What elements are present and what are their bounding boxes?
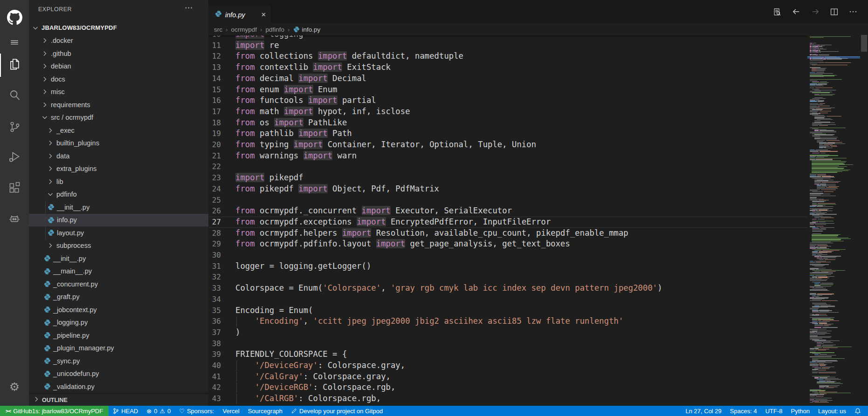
code-line-28[interactable]: 28from ocrmypdf.helpers import Resolutio… <box>208 228 807 239</box>
status-item-ln-27-col-29[interactable]: Ln 27, Col 29 <box>682 406 726 416</box>
tree-item-_concurrent.py[interactable]: _concurrent.py <box>29 278 208 291</box>
line-number[interactable]: 26 <box>208 205 221 217</box>
line-number[interactable]: 38 <box>208 338 221 349</box>
vertical-scrollbar[interactable] <box>860 23 868 406</box>
code-line-14[interactable]: 14from decimal import Decimal <box>208 73 807 84</box>
tree-item-data[interactable]: data <box>29 150 208 163</box>
line-number[interactable]: 14 <box>208 73 221 84</box>
tree-item-_jobcontext.py[interactable]: _jobcontext.py <box>29 303 208 316</box>
line-number[interactable]: 33 <box>208 283 221 294</box>
tree-item-docs[interactable]: docs <box>29 73 208 86</box>
code-line-15[interactable]: 15from enum import Enum <box>208 84 807 95</box>
line-number[interactable]: 15 <box>208 84 221 95</box>
tree-item-_unicodefun.py[interactable]: _unicodefun.py <box>29 368 208 381</box>
status-item-0[interactable]: ⊗0⚠0 <box>142 406 175 416</box>
line-number[interactable]: 37 <box>208 327 221 338</box>
code-line-12[interactable]: 12from collections import defaultdict, n… <box>208 51 807 62</box>
tree-item-src-ocrmypdf[interactable]: src / ocrmypdf <box>29 111 208 124</box>
code-line-20[interactable]: 20from typing import Container, Iterator… <box>208 139 807 150</box>
code-line-43[interactable]: 43 '/CalRGB': Colorspace.rgb, <box>208 393 807 404</box>
line-number[interactable]: 22 <box>208 161 221 172</box>
line-number[interactable]: 30 <box>208 250 221 261</box>
line-number[interactable]: 12 <box>208 51 221 62</box>
status-item-head[interactable]: HEAD <box>109 406 142 416</box>
code-line-18[interactable]: 18from os import PathLike <box>208 117 807 129</box>
line-number[interactable]: 27 <box>208 217 221 228</box>
line-number[interactable]: 20 <box>208 139 221 150</box>
tree-item-lib[interactable]: lib <box>29 175 208 188</box>
code-line-29[interactable]: 29from ocrmypdf.pdfinfo.layout import ge… <box>208 239 807 250</box>
line-number[interactable]: 25 <box>208 195 221 206</box>
code-line-31[interactable]: 31logger = logging.getLogger() <box>208 261 807 272</box>
tree-item-__main__.py[interactable]: __main__.py <box>29 265 208 278</box>
line-number[interactable]: 43 <box>208 393 221 404</box>
breadcrumb-item[interactable]: pdfinfo <box>266 26 285 33</box>
code-line-42[interactable]: 42 '/DeviceRGB': Colorspace.rgb, <box>208 382 807 393</box>
status-item-spaces-4[interactable]: Spaces: 4 <box>726 406 761 416</box>
tree-item-misc[interactable]: misc <box>29 86 208 99</box>
line-number[interactable]: 24 <box>208 184 221 195</box>
tree-item-jbarlow83-ocrmypdf[interactable]: JBARLOW83/OCRMYPDF <box>29 21 208 34</box>
run-debug-icon[interactable] <box>0 145 29 168</box>
status-item-sourcegraph[interactable]: Sourcegraph <box>244 406 287 416</box>
tree-item-.docker[interactable]: .docker <box>29 34 208 48</box>
line-number[interactable]: 28 <box>208 228 221 239</box>
status-item-develop-your-project-on-gitpod[interactable]: Develop your project on Gitpod <box>287 406 387 416</box>
outline-section-header[interactable]: OUTLINE <box>29 394 208 406</box>
code-line-32[interactable]: 32 <box>208 272 807 283</box>
line-number[interactable]: 42 <box>208 382 221 393</box>
code-editor[interactable]: 10import logging11import re12from collec… <box>208 35 807 406</box>
robot-icon[interactable] <box>0 208 29 230</box>
status-item-layout-us[interactable]: Layout: us <box>814 406 850 416</box>
status-item-icon[interactable] <box>850 406 865 416</box>
line-number[interactable]: 41 <box>208 371 221 382</box>
tree-item-__init__.py[interactable]: __init__.py <box>29 201 208 214</box>
tree-item-_validation.py[interactable]: _validation.py <box>29 380 208 393</box>
menu-icon[interactable] <box>0 31 29 54</box>
explorer-icon[interactable] <box>0 53 29 75</box>
code-line-35[interactable]: 35Encoding = Enum( <box>208 305 807 316</box>
line-number[interactable]: 23 <box>208 172 221 184</box>
line-number[interactable]: 13 <box>208 62 221 73</box>
tree-item-_logging.py[interactable]: _logging.py <box>29 316 208 329</box>
split-editor-icon[interactable] <box>830 8 838 16</box>
source-control-icon[interactable] <box>0 116 29 138</box>
code-line-39[interactable]: 39FRIENDLY_COLORSPACE = { <box>208 349 807 360</box>
minimap[interactable] <box>807 35 860 406</box>
tree-item-builtin_plugins[interactable]: builtin_plugins <box>29 137 208 150</box>
more-actions-icon[interactable]: ⋯ <box>849 7 858 17</box>
tree-item-_exec[interactable]: _exec <box>29 124 208 137</box>
code-line-19[interactable]: 19from pathlib import Path <box>208 128 807 139</box>
status-item-sponsors-[interactable]: ♡Sponsors: <box>175 406 218 416</box>
code-line-11[interactable]: 11import re <box>208 40 807 51</box>
line-number[interactable]: 18 <box>208 117 221 129</box>
tree-item-debian[interactable]: debian <box>29 60 208 73</box>
search-icon[interactable] <box>0 84 29 106</box>
back-icon[interactable] <box>792 7 800 16</box>
tree-item-subprocess[interactable]: subprocess <box>29 239 208 252</box>
line-number[interactable]: 21 <box>208 150 221 162</box>
forward-icon[interactable] <box>811 7 820 16</box>
line-number[interactable]: 34 <box>208 294 221 305</box>
line-number[interactable]: 39 <box>208 349 221 360</box>
line-number[interactable]: 40 <box>208 360 221 371</box>
status-item-vercel[interactable]: Vercel <box>219 406 244 416</box>
code-line-33[interactable]: 33Colorspace = Enum('Colorspace', 'gray … <box>208 283 807 294</box>
code-line-25[interactable]: 25 <box>208 195 807 206</box>
github-logo-icon[interactable] <box>0 6 29 28</box>
tree-item-layout.py[interactable]: layout.py <box>29 226 208 239</box>
breadcrumb-item[interactable]: src <box>214 26 222 33</box>
line-number[interactable]: 35 <box>208 305 221 316</box>
more-actions-icon[interactable]: ⋯ <box>185 3 193 13</box>
settings-gear-icon[interactable]: ⚙ <box>0 375 29 398</box>
code-line-40[interactable]: 40 '/DeviceGray': Colorspace.gray, <box>208 360 807 371</box>
line-number[interactable]: 29 <box>208 239 221 250</box>
line-number[interactable]: 36 <box>208 316 221 327</box>
line-number[interactable]: 10 <box>208 35 221 40</box>
status-item-python[interactable]: Python <box>787 406 814 416</box>
line-number[interactable]: 32 <box>208 272 221 283</box>
extensions-icon[interactable] <box>0 177 29 199</box>
code-line-21[interactable]: 21from warnings import warn <box>208 150 807 162</box>
tree-item-extra_plugins[interactable]: extra_plugins <box>29 163 208 176</box>
code-line-24[interactable]: 24from pikepdf import Object, Pdf, PdfMa… <box>208 184 807 195</box>
